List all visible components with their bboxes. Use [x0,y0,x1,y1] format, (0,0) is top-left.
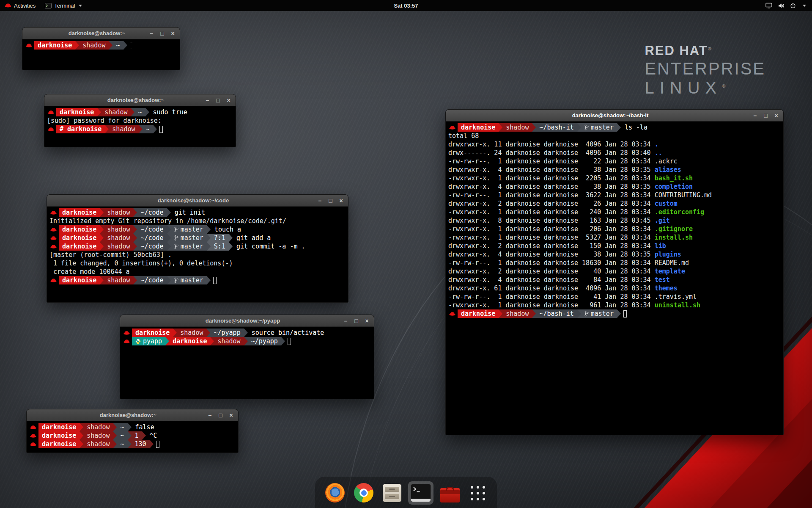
window-titlebar[interactable]: darknoise@shadow:~–□× [27,409,238,421]
minimize-button[interactable]: – [751,111,760,120]
terminal-text: -rw-rw-r--. 1 darknoise darknoise 41 Jan… [448,293,655,301]
clock[interactable]: Sat 03:57 [394,3,418,9]
terminal-text: -rw-rw-r--. 1 darknoise darknoise 3622 J… [448,191,655,199]
dock-item-chrome[interactable] [351,480,376,505]
dock-item-firefox[interactable] [323,480,347,505]
prompt-host-segment: shadow [104,234,133,242]
redhat-icon [50,278,57,283]
terminal-line: drwxrwxr-x. 61 darknoise darknoise 4096 … [448,284,781,293]
terminal-line: pyappdarknoiseshadow~/pyapp [123,337,371,345]
powerline-separator-icon [165,337,169,345]
close-button[interactable]: × [362,316,371,325]
chevron-down-icon [803,5,806,7]
minimize-button[interactable]: – [315,196,324,205]
powerline-separator-icon [80,431,83,440]
powerline-separator-icon [133,276,137,284]
minimize-button[interactable]: – [147,29,156,38]
prompt-host-segment: shadow [502,309,532,318]
powerline-separator-icon [499,309,502,318]
powerline-separator-icon [207,225,211,234]
terminal-line: darknoiseshadow~/code git init [49,208,346,217]
minimize-button[interactable]: – [206,411,214,420]
maximize-button[interactable]: □ [158,29,167,38]
powerline-separator-icon [131,108,134,116]
window-controls: –□× [751,110,781,121]
system-status-area[interactable] [765,0,812,11]
powerline-separator-icon [244,337,248,345]
terminal-text: uninstall.sh [655,301,700,309]
window-titlebar[interactable]: darknoise@shadow:~/pyapp–□× [120,315,374,327]
terminal-text: drwxrwxr-x. 4 darknoise darknoise 38 Jan… [448,166,655,174]
windows-layer: darknoise@shadow:~–□×darknoiseshadow~dar… [0,0,812,508]
powerline-separator-icon [617,123,621,132]
minimize-button[interactable]: – [203,96,212,105]
terminal-text: test [655,276,670,284]
volume-icon[interactable] [778,3,785,8]
terminal-content[interactable]: darknoiseshadow~ falsedarknoiseshadow~1 … [27,421,238,450]
terminal-line: darknoiseshadow~/bash-itmaster ls -la [448,123,781,132]
maximize-button[interactable]: □ [214,96,222,105]
terminal-cursor [288,338,291,345]
window-title: darknoise@shadow:~/pyapp [145,318,340,324]
powerline-separator-icon [499,123,502,132]
dock-item-toolbox[interactable] [438,480,462,505]
maximize-button[interactable]: □ [216,411,225,420]
powerline-separator-icon [532,309,536,318]
prompt-path-segment: ~/bash-it [536,309,577,318]
prompt-path-segment: ~/code [137,276,167,284]
app-menu[interactable]: Terminal [40,0,87,11]
terminal-line: -rw-rw-r--. 1 darknoise darknoise 3622 J… [448,191,781,199]
activities-button[interactable]: Activities [0,0,40,11]
terminal-text: drwxrwxr-x. 4 darknoise darknoise 38 Jan… [448,250,655,259]
terminal-text: drwxrwxr-x. 4 darknoise darknoise 38 Jan… [448,182,655,191]
prompt-git-segment: master [581,123,617,132]
window-titlebar[interactable]: darknoise@shadow:~/code–□× [47,195,348,207]
terminal-line: drwxrwxr-x. 2 darknoise darknoise 150 Ja… [448,242,781,250]
window-controls: –□× [203,94,233,106]
maximize-button[interactable]: □ [326,196,335,205]
terminal-content[interactable]: darknoiseshadow~/pyapp source bin/activa… [120,327,374,347]
maximize-button[interactable]: □ [352,316,361,325]
terminal-text: drwxrwxr-x. 2 darknoise darknoise 150 Ja… [448,242,655,250]
redhat-icon [30,433,36,438]
terminal-content[interactable]: darknoiseshadow~/code git initInitialize… [47,207,348,286]
power-icon[interactable] [790,3,796,8]
close-button[interactable]: × [168,29,177,38]
minimize-button[interactable]: – [341,316,350,325]
window-titlebar[interactable]: darknoise@shadow:~–□× [44,94,236,106]
terminal-cursor [130,42,133,49]
git-branch-icon [174,226,178,232]
terminal-line: darknoiseshadow~/codemaster [49,276,346,284]
powerline-separator-icon [100,276,104,284]
prompt-user-segment: darknoise [38,431,80,440]
terminal-text: completion [655,182,693,191]
powerline-separator-icon [577,309,581,318]
git-branch-icon [174,277,178,283]
close-button[interactable]: × [227,411,236,420]
prompt-user-segment: darknoise [56,108,97,116]
desktop[interactable]: RED HAT® ENTERPRISE LINUX® darknoise@sha… [0,0,812,508]
close-button[interactable]: × [337,196,346,205]
show-apps-icon [469,484,487,502]
window-titlebar[interactable]: darknoise@shadow:~/bash-it–□× [446,110,783,121]
powerline-separator-icon [207,276,211,284]
terminal-content[interactable]: darknoiseshadow~/bash-itmaster ls -latot… [446,121,783,320]
prompt-host-segment: shadow [214,337,244,345]
display-icon[interactable] [765,3,772,8]
powerline-separator-icon [123,41,127,50]
window-titlebar[interactable]: darknoise@shadow:~–□× [22,28,180,39]
dock-item-terminal[interactable] [408,481,433,505]
maximize-button[interactable]: □ [761,111,770,120]
powerline-separator-icon [128,431,132,440]
terminal-content[interactable]: darknoiseshadow~ sudo true[sudo] passwor… [44,106,236,135]
terminal-app-icon [45,3,52,8]
prompt-path-segment: ~/code [137,234,167,242]
dock-item-files[interactable] [380,481,404,505]
terminal-text: -rwxrwxr-x. 1 darknoise darknoise 961 Ja… [448,301,655,309]
powerline-separator-icon [150,440,154,448]
close-button[interactable]: × [224,96,233,105]
close-button[interactable]: × [772,111,781,120]
powerline-separator-icon [133,225,137,234]
dock-item-show-apps[interactable] [466,481,489,504]
terminal-content[interactable]: darknoiseshadow~ [22,39,180,51]
